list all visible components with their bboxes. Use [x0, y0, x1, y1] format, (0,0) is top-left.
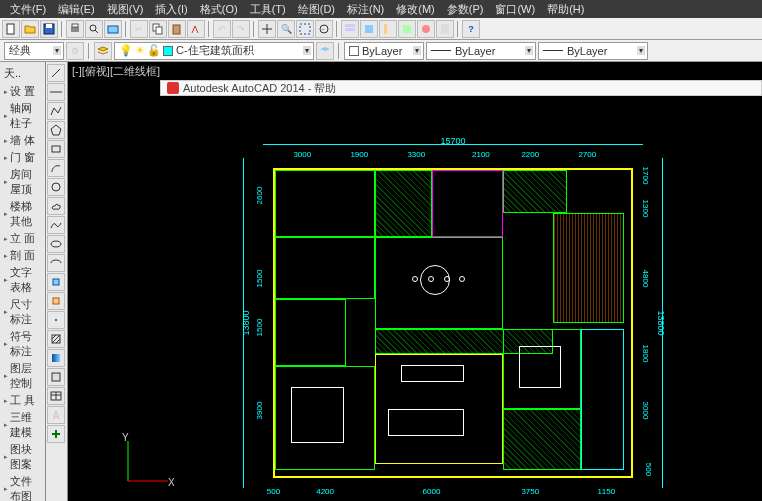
polyline-tool[interactable] — [47, 102, 65, 120]
menu-draw[interactable]: 绘图(D) — [292, 2, 341, 17]
table-tool[interactable] — [47, 387, 65, 405]
palette-item[interactable]: 图层控制 — [2, 360, 43, 392]
palette-item[interactable]: 墙 体 — [2, 132, 43, 149]
layer-prev-button[interactable] — [316, 42, 334, 60]
match-button[interactable] — [187, 20, 205, 38]
arc-tool[interactable] — [47, 159, 65, 177]
new-button[interactable] — [2, 20, 20, 38]
properties-button[interactable] — [341, 20, 359, 38]
undo-button[interactable]: ↶ — [213, 20, 231, 38]
menu-view[interactable]: 视图(V) — [101, 2, 150, 17]
menu-format[interactable]: 格式(O) — [194, 2, 244, 17]
svg-rect-0 — [7, 24, 14, 34]
copy-button[interactable] — [149, 20, 167, 38]
palette-item[interactable]: 文字表格 — [2, 264, 43, 296]
dim-right-seg: 500 — [644, 463, 653, 476]
menu-modify[interactable]: 修改(M) — [390, 2, 441, 17]
svg-point-19 — [422, 25, 430, 33]
room — [503, 170, 567, 213]
palette-item[interactable]: 文件布图 — [2, 473, 43, 501]
svg-text:-: - — [322, 26, 324, 32]
layer-combo[interactable]: 💡 ☀ 🔓 C-住宅建筑面积 — [114, 42, 314, 60]
make-block-tool[interactable] — [47, 292, 65, 310]
redo-button[interactable]: ↷ — [232, 20, 250, 38]
help-button[interactable]: ? — [462, 20, 480, 38]
cut-button[interactable]: ✂ — [130, 20, 148, 38]
palette-item[interactable]: 门 窗 — [2, 149, 43, 166]
palette-item[interactable]: 轴网柱子 — [2, 100, 43, 132]
palette-item[interactable]: 楼梯其他 — [2, 198, 43, 230]
palette-item[interactable]: 设 置 — [2, 83, 43, 100]
menu-dimension[interactable]: 标注(N) — [341, 2, 390, 17]
sheet-set-button[interactable] — [398, 20, 416, 38]
ellipse-arc-tool[interactable] — [47, 254, 65, 272]
menu-parametric[interactable]: 参数(P) — [441, 2, 490, 17]
balcony — [581, 329, 624, 470]
palette-item[interactable]: 工 具 — [2, 392, 43, 409]
palette-item[interactable]: 剖 面 — [2, 247, 43, 264]
svg-rect-9 — [156, 27, 162, 34]
print-button[interactable] — [66, 20, 84, 38]
model-viewport[interactable]: [-][俯视][二维线框] Autodesk AutoCAD 2014 - 帮助… — [68, 62, 762, 501]
pan-button[interactable] — [258, 20, 276, 38]
color-combo[interactable]: ByLayer — [344, 42, 424, 60]
region-tool[interactable] — [47, 368, 65, 386]
gradient-tool[interactable] — [47, 349, 65, 367]
palette-item[interactable]: 图块图案 — [2, 441, 43, 473]
exterior-walls — [273, 168, 633, 478]
layer-manager-button[interactable] — [94, 42, 112, 60]
addselected-tool[interactable] — [47, 425, 65, 443]
separator — [61, 21, 63, 37]
circle-tool[interactable] — [47, 178, 65, 196]
text-tool[interactable]: A — [47, 406, 65, 424]
zoom-window-button[interactable] — [296, 20, 314, 38]
palette-item[interactable]: 尺寸标注 — [2, 296, 43, 328]
menu-file[interactable]: 文件(F) — [4, 2, 52, 17]
palette-item[interactable]: 符号标注 — [2, 328, 43, 360]
chair — [459, 276, 465, 282]
menu-edit[interactable]: 编辑(E) — [52, 2, 101, 17]
svg-rect-16 — [365, 25, 373, 33]
line-tool[interactable] — [47, 64, 65, 82]
preview-button[interactable] — [85, 20, 103, 38]
menu-bar: 文件(F) 编辑(E) 视图(V) 插入(I) 格式(O) 工具(T) 绘图(D… — [0, 0, 762, 18]
calc-button[interactable] — [436, 20, 454, 38]
polygon-tool[interactable] — [47, 121, 65, 139]
bulb-icon: 💡 — [119, 44, 133, 57]
menu-insert[interactable]: 插入(I) — [149, 2, 193, 17]
hatch-tool[interactable] — [47, 330, 65, 348]
rectangle-tool[interactable] — [47, 140, 65, 158]
menu-window[interactable]: 窗口(W) — [489, 2, 541, 17]
viewport-label[interactable]: [-][俯视][二维线框] — [72, 64, 160, 79]
spline-tool[interactable] — [47, 216, 65, 234]
xline-tool[interactable] — [47, 83, 65, 101]
main-area: 天.. 设 置 轴网柱子 墙 体 门 窗 房间屋顶 楼梯其他 立 面 剖 面 文… — [0, 62, 762, 501]
revcloud-tool[interactable] — [47, 197, 65, 215]
palette-item[interactable]: 房间屋顶 — [2, 166, 43, 198]
publish-button[interactable] — [104, 20, 122, 38]
palette-item[interactable]: 立 面 — [2, 230, 43, 247]
svg-rect-3 — [71, 27, 79, 32]
tool-palette-button[interactable] — [379, 20, 397, 38]
menu-help[interactable]: 帮助(H) — [541, 2, 590, 17]
insert-block-tool[interactable] — [47, 273, 65, 291]
lineweight-combo[interactable]: ByLayer — [538, 42, 648, 60]
palette-item[interactable]: 三维建模 — [2, 409, 43, 441]
bed — [291, 387, 345, 443]
workspace-combo[interactable]: 经典 — [4, 42, 64, 60]
paste-button[interactable] — [168, 20, 186, 38]
linetype-combo[interactable]: ByLayer — [426, 42, 536, 60]
zoom-button[interactable]: 🔍 — [277, 20, 295, 38]
bathroom — [503, 409, 581, 470]
design-center-button[interactable] — [360, 20, 378, 38]
ellipse-tool[interactable] — [47, 235, 65, 253]
workspace-settings-icon[interactable]: ⚙ — [66, 42, 84, 60]
zoom-prev-button[interactable]: - — [315, 20, 333, 38]
save-button[interactable] — [40, 20, 58, 38]
menu-tools[interactable]: 工具(T) — [244, 2, 292, 17]
help-panel[interactable]: Autodesk AutoCAD 2014 - 帮助 — [160, 80, 762, 96]
markup-button[interactable] — [417, 20, 435, 38]
room — [432, 170, 503, 237]
point-tool[interactable] — [47, 311, 65, 329]
open-button[interactable] — [21, 20, 39, 38]
